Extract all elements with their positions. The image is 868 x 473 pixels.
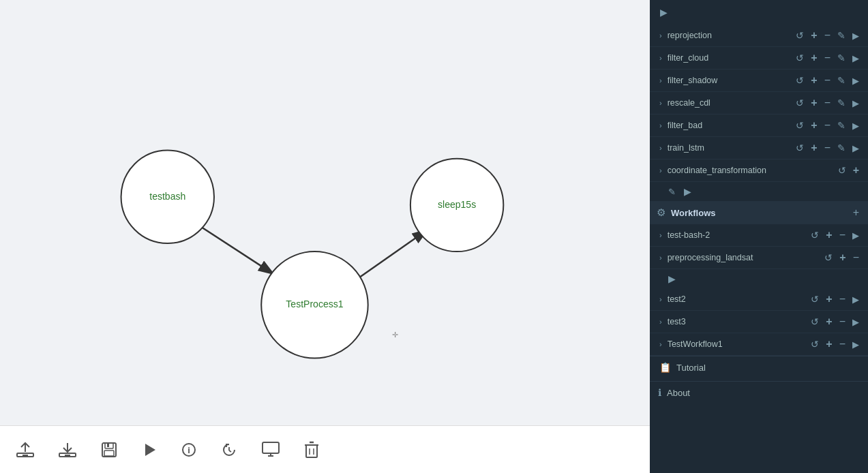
minus-btn-filter_shadow[interactable]: − bbox=[822, 73, 833, 88]
play-btn-rescale_cdl[interactable]: ▶ bbox=[850, 97, 861, 110]
chevron-icon[interactable]: › bbox=[659, 231, 662, 239]
upload-button[interactable] bbox=[14, 438, 37, 461]
download-button[interactable] bbox=[56, 438, 79, 461]
history-btn-swf-test2[interactable]: ↺ bbox=[809, 292, 821, 306]
history-btn-filter_bad[interactable]: ↺ bbox=[794, 119, 806, 132]
edit-btn-rescale_cdl[interactable]: ✎ bbox=[835, 96, 848, 110]
minus-btn-wf-test-bash-2[interactable]: − bbox=[837, 228, 848, 243]
play-btn-swf-TestWorkflow1[interactable]: ▶ bbox=[850, 338, 861, 351]
plus-btn-wf-test-bash-2[interactable]: + bbox=[824, 228, 834, 243]
edit-btn-reprojection[interactable]: ✎ bbox=[835, 29, 848, 42]
minus-btn-rescale_cdl[interactable]: − bbox=[822, 95, 833, 110]
save-button[interactable] bbox=[98, 439, 120, 461]
about-icon: ℹ bbox=[658, 387, 661, 398]
minus-btn-filter_bad[interactable]: − bbox=[822, 118, 833, 133]
plus-btn-train_lstm[interactable]: + bbox=[809, 140, 819, 155]
chevron-icon[interactable]: › bbox=[659, 54, 662, 62]
chevron-icon[interactable]: › bbox=[659, 99, 662, 107]
node-testprocess1-label: TestProcess1 bbox=[286, 299, 343, 309]
history-btn-reprojection[interactable]: ↺ bbox=[794, 29, 806, 42]
edit-btn-filter_cloud[interactable]: ✎ bbox=[835, 51, 848, 65]
play-btn-reprojection[interactable]: ▶ bbox=[850, 29, 861, 42]
minus-btn-swf-test3[interactable]: − bbox=[837, 314, 848, 329]
minus-btn-swf-test2[interactable]: − bbox=[837, 292, 848, 307]
sidebar-item-filter_shadow: ›filter_shadow↺+−✎▶ bbox=[650, 70, 868, 92]
delete-button[interactable] bbox=[301, 438, 322, 461]
sidebar-top-play-button[interactable]: ▶ bbox=[658, 5, 670, 19]
sidebar-item-swf-test2: ›test2↺+−▶ bbox=[650, 288, 868, 311]
chevron-icon[interactable]: › bbox=[659, 340, 662, 348]
history-btn-swf-TestWorkflow1[interactable]: ↺ bbox=[809, 337, 821, 351]
sidebar: ▶ ›reprojection↺+−✎▶›filter_cloud↺+−✎▶›f… bbox=[650, 0, 868, 473]
play-button[interactable] bbox=[139, 440, 160, 460]
sidebar-item-swf-TestWorkflow1: ›TestWorkflow1↺+−▶ bbox=[650, 333, 868, 356]
tutorial-label: Tutorial bbox=[676, 363, 706, 373]
play-btn-filter_cloud[interactable]: ▶ bbox=[850, 52, 861, 65]
chevron-icon[interactable]: › bbox=[659, 295, 662, 303]
process-name-filter_bad: filter_bad bbox=[668, 121, 792, 130]
edit-btn-train_lstm[interactable]: ✎ bbox=[835, 141, 848, 155]
play-btn-swf-test2[interactable]: ▶ bbox=[850, 293, 861, 306]
history-btn-wf-preprocessing_landsat[interactable]: ↺ bbox=[822, 251, 835, 264]
coord-play-button[interactable]: ▶ bbox=[682, 185, 693, 198]
play-btn-filter_shadow[interactable]: ▶ bbox=[850, 74, 861, 87]
about-label: About bbox=[667, 388, 690, 398]
plus-btn-filter_shadow[interactable]: + bbox=[809, 73, 819, 88]
chevron-icon[interactable]: › bbox=[659, 121, 662, 129]
plus-btn-filter_bad[interactable]: + bbox=[809, 118, 819, 133]
swf-name-test2: test2 bbox=[668, 294, 807, 304]
plus-btn-swf-test2[interactable]: + bbox=[824, 292, 834, 307]
play-btn-wf-test-bash-2[interactable]: ▶ bbox=[850, 229, 861, 242]
preprocessing-sub-row: ▶ bbox=[650, 269, 868, 288]
minus-btn-reprojection[interactable]: − bbox=[822, 28, 833, 43]
plus-btn-rescale_cdl[interactable]: + bbox=[809, 95, 819, 110]
workflows-section-header: ⚙ Workflows + bbox=[650, 201, 868, 224]
chevron-icon[interactable]: › bbox=[659, 31, 662, 40]
plus-btn-coordinate_transformation[interactable]: + bbox=[851, 163, 861, 178]
history-btn-train_lstm[interactable]: ↺ bbox=[794, 141, 806, 155]
edit-btn-filter_bad[interactable]: ✎ bbox=[835, 119, 848, 132]
plus-btn-filter_cloud[interactable]: + bbox=[809, 50, 819, 65]
history-btn-filter_cloud[interactable]: ↺ bbox=[794, 51, 806, 65]
history-btn-filter_shadow[interactable]: ↺ bbox=[794, 74, 806, 87]
sidebar-item-filter_cloud: ›filter_cloud↺+−✎▶ bbox=[650, 47, 868, 70]
chevron-icon[interactable]: › bbox=[659, 318, 662, 326]
minus-btn-filter_cloud[interactable]: − bbox=[822, 50, 833, 65]
plus-btn-swf-test3[interactable]: + bbox=[824, 314, 834, 329]
play-btn-swf-test3[interactable]: ▶ bbox=[850, 316, 861, 329]
monitor-button[interactable] bbox=[259, 439, 282, 461]
workflows-add-button[interactable]: + bbox=[851, 205, 861, 220]
process-name-filter_cloud: filter_cloud bbox=[668, 53, 792, 63]
history-btn-swf-test3[interactable]: ↺ bbox=[809, 315, 821, 329]
history-btn-coordinate_transformation[interactable]: ↺ bbox=[836, 164, 848, 177]
preprocessing-play-button[interactable]: ▶ bbox=[666, 272, 678, 286]
swf-name-test3: test3 bbox=[668, 317, 807, 326]
minus-btn-swf-TestWorkflow1[interactable]: − bbox=[837, 337, 848, 352]
info-button[interactable]: i bbox=[179, 440, 199, 460]
chevron-icon[interactable]: › bbox=[659, 166, 662, 174]
minus-btn-wf-preprocessing_landsat[interactable]: − bbox=[851, 250, 861, 265]
chevron-icon[interactable]: › bbox=[659, 144, 662, 152]
minus-btn-train_lstm[interactable]: − bbox=[822, 140, 833, 155]
coord-edit-button[interactable]: ✎ bbox=[666, 185, 678, 198]
sidebar-item-reprojection: ›reprojection↺+−✎▶ bbox=[650, 25, 868, 47]
history-button[interactable] bbox=[218, 439, 240, 461]
edit-btn-filter_shadow[interactable]: ✎ bbox=[835, 74, 848, 87]
plus-btn-wf-preprocessing_landsat[interactable]: + bbox=[837, 250, 848, 265]
play-btn-train_lstm[interactable]: ▶ bbox=[850, 142, 861, 155]
sidebar-item-filter_bad: ›filter_bad↺+−✎▶ bbox=[650, 115, 868, 137]
plus-btn-reprojection[interactable]: + bbox=[809, 28, 819, 43]
chevron-icon[interactable]: › bbox=[659, 76, 662, 85]
edge-testbash-testprocess1 bbox=[195, 223, 273, 274]
workflows-title: Workflows bbox=[671, 208, 845, 218]
play-btn-filter_bad[interactable]: ▶ bbox=[850, 119, 861, 132]
history-btn-wf-test-bash-2[interactable]: ↺ bbox=[809, 228, 821, 242]
about-section[interactable]: ℹ About bbox=[650, 381, 868, 403]
sidebar-item-train_lstm: ›train_lstm↺+−✎▶ bbox=[650, 137, 868, 159]
history-btn-rescale_cdl[interactable]: ↺ bbox=[794, 96, 806, 110]
chevron-icon[interactable]: › bbox=[659, 254, 662, 262]
tutorial-section[interactable]: 📋 Tutorial bbox=[650, 356, 868, 378]
plus-btn-swf-TestWorkflow1[interactable]: + bbox=[824, 337, 834, 352]
cursor-pos: ✛ bbox=[392, 331, 398, 339]
tutorial-icon: 📋 bbox=[659, 362, 671, 373]
